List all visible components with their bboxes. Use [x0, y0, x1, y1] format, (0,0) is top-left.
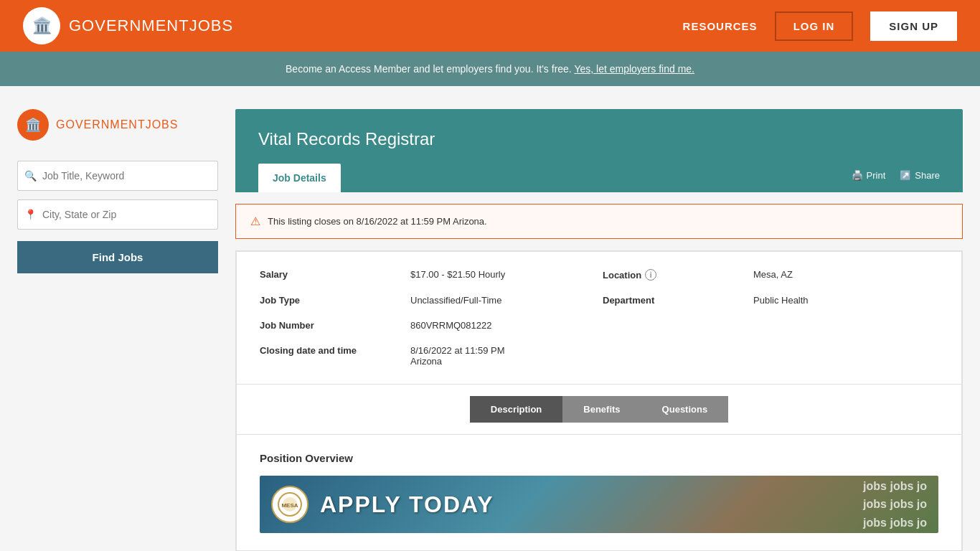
- signup-button[interactable]: SIGN UP: [870, 11, 957, 41]
- top-navigation: 🏛️ GOVERNMENTJOBS RESOURCES LOG IN SIGN …: [0, 0, 980, 52]
- job-actions: 🖨️ Print ↗️ Share: [852, 170, 940, 187]
- job-details-grid: Salary $17.00 - $21.50 Hourly Location i…: [260, 269, 938, 367]
- keyword-search-wrapper: 🔍: [17, 161, 218, 191]
- alert-text: This listing closes on 8/16/2022 at 11:5…: [268, 216, 487, 227]
- banner-text: Become an Access Member and let employer…: [286, 63, 572, 75]
- sidebar-logo-icon: 🏛️: [17, 109, 49, 141]
- keyword-input[interactable]: [17, 161, 218, 191]
- share-button[interactable]: ↗️ Share: [900, 170, 940, 181]
- tab-description[interactable]: Description: [470, 396, 563, 423]
- logo-text: GOVERNMENTJOBS: [69, 17, 233, 35]
- nav-logo: 🏛️ GOVERNMENTJOBS: [23, 7, 233, 44]
- job-tab-bar: Job Details 🖨️ Print ↗️ Share: [258, 164, 940, 192]
- banner-link[interactable]: Yes, let employers find me.: [574, 63, 694, 75]
- nav-actions: RESOURCES LOG IN SIGN UP: [683, 11, 957, 41]
- sidebar-logo-text: GOVERNMENTJOBS: [56, 118, 178, 131]
- share-icon: ↗️: [900, 170, 911, 181]
- position-section: Position Overview MESA APPLY TODAY: [236, 435, 962, 551]
- job-details-wrapper: Salary $17.00 - $21.50 Hourly Location i…: [235, 250, 963, 551]
- login-button[interactable]: LOG IN: [775, 11, 854, 41]
- department-value: Public Health: [753, 295, 938, 306]
- tab-job-details[interactable]: Job Details: [258, 164, 341, 192]
- job-header: Vital Records Registrar Job Details 🖨️ P…: [235, 109, 963, 192]
- location-value: Mesa, AZ: [753, 269, 938, 281]
- position-overview-title: Position Overview: [260, 452, 938, 464]
- svg-text:MESA: MESA: [281, 502, 298, 509]
- job-details-card: Salary $17.00 - $21.50 Hourly Location i…: [236, 251, 962, 385]
- location-search-wrapper: 📍: [17, 199, 218, 230]
- location-pin-icon: 📍: [24, 209, 37, 220]
- find-jobs-button[interactable]: Find Jobs: [17, 241, 218, 273]
- job-number-label: Job Number: [260, 320, 403, 331]
- apply-banner-content: MESA APPLY TODAY jobs jobs jojobs jobs j…: [260, 477, 938, 532]
- jobs-watermark: jobs jobs jojobs jobs jojobs jobs jo: [863, 477, 927, 532]
- print-icon: 🖨️: [852, 170, 863, 181]
- print-button[interactable]: 🖨️ Print: [852, 170, 886, 181]
- department-label: Department: [603, 295, 746, 306]
- access-banner: Become an Access Member and let employer…: [0, 52, 980, 86]
- sidebar: 🏛️ GOVERNMENTJOBS 🔍 📍 Find Jobs: [17, 109, 218, 273]
- description-tabs-bar: Description Benefits Questions: [236, 385, 962, 435]
- location-info-icon[interactable]: i: [645, 269, 656, 281]
- city-seal: MESA: [271, 486, 308, 523]
- tab-questions[interactable]: Questions: [641, 396, 729, 423]
- salary-label: Salary: [260, 269, 403, 281]
- apply-banner-image: MESA APPLY TODAY jobs jobs jojobs jobs j…: [260, 476, 938, 533]
- logo-icon: 🏛️: [23, 7, 60, 44]
- job-type-value: Unclassified/Full-Time: [410, 295, 595, 306]
- closing-value: 8/16/2022 at 11:59 PM Arizona: [410, 345, 938, 367]
- tab-benefits[interactable]: Benefits: [562, 396, 641, 423]
- resources-link[interactable]: RESOURCES: [683, 20, 758, 32]
- sidebar-logo: 🏛️ GOVERNMENTJOBS: [17, 109, 218, 141]
- job-title: Vital Records Registrar: [258, 129, 940, 149]
- closing-alert: ⚠ This listing closes on 8/16/2022 at 11…: [235, 204, 963, 239]
- location-label: Location i: [603, 269, 746, 281]
- job-number-value: 860VRRMQ081222: [410, 320, 938, 331]
- search-icon: 🔍: [24, 170, 37, 182]
- warning-icon: ⚠: [250, 215, 260, 228]
- main-content: Vital Records Registrar Job Details 🖨️ P…: [235, 109, 963, 551]
- job-type-label: Job Type: [260, 295, 403, 306]
- closing-label: Closing date and time: [260, 345, 403, 367]
- apply-today-text: APPLY TODAY: [320, 491, 852, 518]
- salary-value: $17.00 - $21.50 Hourly: [410, 269, 595, 281]
- location-input[interactable]: [17, 199, 218, 230]
